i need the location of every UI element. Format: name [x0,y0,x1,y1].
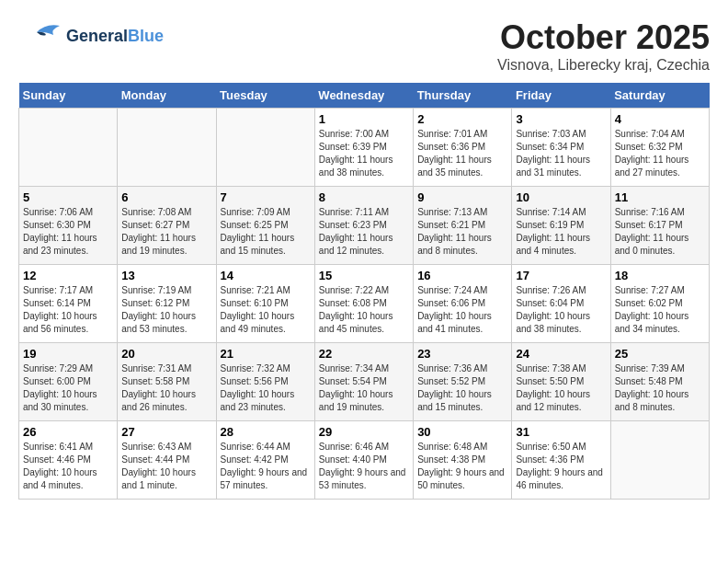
logo: GeneralBlue [18,18,164,55]
header-cell-monday: Monday [118,83,216,109]
header-cell-tuesday: Tuesday [216,83,314,109]
calendar-header: SundayMondayTuesdayWednesdayThursdayFrid… [19,83,710,109]
day-info: Sunrise: 7:09 AM Sunset: 6:25 PM Dayligh… [221,206,311,258]
day-info: Sunrise: 7:38 AM Sunset: 5:50 PM Dayligh… [516,362,606,414]
calendar-cell: 2Sunrise: 7:01 AM Sunset: 6:36 PM Daylig… [414,109,512,187]
day-info: Sunrise: 7:17 AM Sunset: 6:14 PM Dayligh… [23,284,113,336]
calendar-cell: 12Sunrise: 7:17 AM Sunset: 6:14 PM Dayli… [19,265,118,343]
week-row-4: 19Sunrise: 7:29 AM Sunset: 6:00 PM Dayli… [19,343,710,421]
calendar-cell: 3Sunrise: 7:03 AM Sunset: 6:34 PM Daylig… [512,109,610,187]
header-row: SundayMondayTuesdayWednesdayThursdayFrid… [19,83,710,109]
day-number: 1 [319,112,409,126]
calendar-cell: 5Sunrise: 7:06 AM Sunset: 6:30 PM Daylig… [19,187,118,265]
day-number: 6 [121,190,211,204]
calendar-cell: 18Sunrise: 7:27 AM Sunset: 6:02 PM Dayli… [610,265,709,343]
day-info: Sunrise: 7:21 AM Sunset: 6:10 PM Dayligh… [221,284,311,336]
calendar-cell: 15Sunrise: 7:22 AM Sunset: 6:08 PM Dayli… [314,265,413,343]
day-number: 11 [615,190,705,204]
day-number: 26 [23,425,113,439]
calendar-cell: 1Sunrise: 7:00 AM Sunset: 6:39 PM Daylig… [314,109,413,187]
day-info: Sunrise: 7:11 AM Sunset: 6:23 PM Dayligh… [319,206,409,258]
day-info: Sunrise: 6:50 AM Sunset: 4:36 PM Dayligh… [516,441,606,492]
calendar-cell [118,109,216,187]
day-info: Sunrise: 7:24 AM Sunset: 6:06 PM Dayligh… [417,284,507,336]
day-info: Sunrise: 7:22 AM Sunset: 6:08 PM Dayligh… [319,284,409,336]
day-info: Sunrise: 6:44 AM Sunset: 4:42 PM Dayligh… [221,441,311,492]
day-number: 10 [516,190,606,204]
calendar-cell: 28Sunrise: 6:44 AM Sunset: 4:42 PM Dayli… [216,421,314,500]
day-info: Sunrise: 7:26 AM Sunset: 6:04 PM Dayligh… [516,284,606,336]
week-row-1: 1Sunrise: 7:00 AM Sunset: 6:39 PM Daylig… [19,109,710,187]
week-row-3: 12Sunrise: 7:17 AM Sunset: 6:14 PM Dayli… [19,265,710,343]
day-number: 12 [23,269,113,282]
day-info: Sunrise: 7:32 AM Sunset: 5:56 PM Dayligh… [221,362,311,414]
calendar-cell: 30Sunrise: 6:48 AM Sunset: 4:38 PM Dayli… [414,421,512,500]
day-number: 9 [417,190,507,204]
header-cell-thursday: Thursday [414,83,512,109]
day-number: 13 [121,269,211,282]
calendar-cell: 23Sunrise: 7:36 AM Sunset: 5:52 PM Dayli… [414,343,512,421]
day-number: 18 [615,269,705,282]
calendar-table: SundayMondayTuesdayWednesdayThursdayFrid… [18,83,710,500]
day-number: 15 [319,269,409,282]
calendar-cell: 17Sunrise: 7:26 AM Sunset: 6:04 PM Dayli… [512,265,610,343]
calendar-cell: 29Sunrise: 6:46 AM Sunset: 4:40 PM Dayli… [314,421,413,500]
day-number: 30 [417,425,507,439]
calendar-cell: 25Sunrise: 7:39 AM Sunset: 5:48 PM Dayli… [610,343,709,421]
calendar-cell: 21Sunrise: 7:32 AM Sunset: 5:56 PM Dayli… [216,343,314,421]
calendar-cell: 13Sunrise: 7:19 AM Sunset: 6:12 PM Dayli… [118,265,216,343]
calendar-cell [19,109,118,187]
calendar-cell: 10Sunrise: 7:14 AM Sunset: 6:19 PM Dayli… [512,187,610,265]
header-cell-wednesday: Wednesday [314,83,413,109]
day-number: 20 [121,347,211,361]
day-number: 24 [516,347,606,361]
day-info: Sunrise: 7:14 AM Sunset: 6:19 PM Dayligh… [516,206,606,258]
logo-bird-icon [18,18,64,55]
location: Visnova, Liberecky kraj, Czechia [497,57,710,74]
header-cell-sunday: Sunday [19,83,118,109]
day-number: 16 [417,269,507,282]
day-number: 17 [516,269,606,282]
day-info: Sunrise: 7:19 AM Sunset: 6:12 PM Dayligh… [121,284,211,336]
calendar-cell: 26Sunrise: 6:41 AM Sunset: 4:46 PM Dayli… [19,421,118,500]
day-number: 19 [23,347,113,361]
header-cell-saturday: Saturday [610,83,709,109]
calendar-cell: 7Sunrise: 7:09 AM Sunset: 6:25 PM Daylig… [216,187,314,265]
day-info: Sunrise: 7:16 AM Sunset: 6:17 PM Dayligh… [615,206,705,258]
calendar-cell: 19Sunrise: 7:29 AM Sunset: 6:00 PM Dayli… [19,343,118,421]
day-info: Sunrise: 7:04 AM Sunset: 6:32 PM Dayligh… [615,128,705,179]
day-number: 3 [516,112,606,126]
day-number: 23 [417,347,507,361]
calendar-body: 1Sunrise: 7:00 AM Sunset: 6:39 PM Daylig… [19,109,710,500]
day-info: Sunrise: 6:48 AM Sunset: 4:38 PM Dayligh… [417,441,507,492]
day-info: Sunrise: 6:46 AM Sunset: 4:40 PM Dayligh… [319,441,409,492]
day-number: 29 [319,425,409,439]
day-number: 5 [23,190,113,204]
calendar-cell: 24Sunrise: 7:38 AM Sunset: 5:50 PM Dayli… [512,343,610,421]
day-number: 8 [319,190,409,204]
month-title: October 2025 [497,18,710,57]
day-number: 28 [221,425,311,439]
calendar-cell: 27Sunrise: 6:43 AM Sunset: 4:44 PM Dayli… [118,421,216,500]
day-info: Sunrise: 7:27 AM Sunset: 6:02 PM Dayligh… [615,284,705,336]
day-number: 21 [221,347,311,361]
calendar-cell: 16Sunrise: 7:24 AM Sunset: 6:06 PM Dayli… [414,265,512,343]
day-info: Sunrise: 6:41 AM Sunset: 4:46 PM Dayligh… [23,441,113,492]
calendar-cell [610,421,709,500]
calendar-cell: 20Sunrise: 7:31 AM Sunset: 5:58 PM Dayli… [118,343,216,421]
day-info: Sunrise: 6:43 AM Sunset: 4:44 PM Dayligh… [121,441,211,492]
day-info: Sunrise: 7:03 AM Sunset: 6:34 PM Dayligh… [516,128,606,179]
day-number: 4 [615,112,705,126]
calendar-cell: 8Sunrise: 7:11 AM Sunset: 6:23 PM Daylig… [314,187,413,265]
logo-general: General [66,27,128,45]
week-row-2: 5Sunrise: 7:06 AM Sunset: 6:30 PM Daylig… [19,187,710,265]
week-row-5: 26Sunrise: 6:41 AM Sunset: 4:46 PM Dayli… [19,421,710,500]
header-cell-friday: Friday [512,83,610,109]
calendar-cell: 9Sunrise: 7:13 AM Sunset: 6:21 PM Daylig… [414,187,512,265]
day-info: Sunrise: 7:01 AM Sunset: 6:36 PM Dayligh… [417,128,507,179]
day-number: 27 [121,425,211,439]
day-info: Sunrise: 7:31 AM Sunset: 5:58 PM Dayligh… [121,362,211,414]
day-number: 22 [319,347,409,361]
day-info: Sunrise: 7:36 AM Sunset: 5:52 PM Dayligh… [417,362,507,414]
calendar-cell: 22Sunrise: 7:34 AM Sunset: 5:54 PM Dayli… [314,343,413,421]
